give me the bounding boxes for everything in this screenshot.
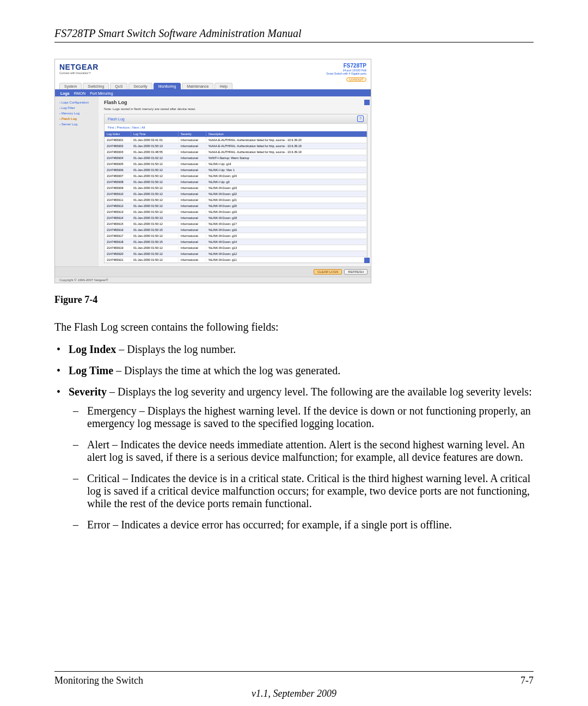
cell-desc: %LINK-W-Down: g15 xyxy=(206,233,367,239)
sidebar-item-server-log[interactable]: › Server Log xyxy=(57,121,96,127)
sidebar-item-flash-log[interactable]: › Flash Log xyxy=(57,116,96,121)
cell-desc: %LINK-W-Down: g14 xyxy=(206,239,367,245)
cell-desc: %LINK-W-Down: g11 xyxy=(206,257,367,263)
cell-desc: %LINK-W-Down: g23 xyxy=(206,185,367,191)
field-name: Log Time xyxy=(69,364,113,376)
main-tab-monitoring[interactable]: Monitoring xyxy=(154,83,181,89)
footer-left: Monitoring the Switch xyxy=(54,675,143,686)
table-row: 214748360301-Jan-2000 01:48:55Informatio… xyxy=(105,149,367,155)
scrollbar-down-icon[interactable] xyxy=(364,258,370,263)
cell-idx: 2147483614 xyxy=(105,215,131,221)
sidebar-item-logs-configuration[interactable]: › Logs Configuration xyxy=(57,100,96,105)
cell-time: 01-Jan-2000 01:50:12 xyxy=(131,197,179,203)
cell-desc: %INIT-I-Startup: Warm Startup xyxy=(206,155,367,161)
help-icon[interactable]: ? xyxy=(357,115,364,122)
refresh-button[interactable]: REFRESH xyxy=(344,269,367,275)
cell-idx: 2147483612 xyxy=(105,203,131,209)
footer-right: 7-7 xyxy=(520,675,534,686)
note-text: Note: Logs stored in flash memory are sa… xyxy=(104,107,367,111)
cell-sev: Informational xyxy=(179,215,206,221)
sidebar: › Logs Configuration› Log Filter› Memory… xyxy=(55,96,99,266)
cell-sev: Informational xyxy=(179,257,206,263)
cell-sev: Informational xyxy=(179,203,206,209)
table-row: 214748361301-Jan-2000 01:50:12Informatio… xyxy=(105,209,367,215)
main-tab-qos[interactable]: QoS xyxy=(110,83,127,89)
main-tab-help[interactable]: Help xyxy=(215,83,232,89)
main-tab-maintenance[interactable]: Maintenance xyxy=(182,83,213,89)
col-log-index: Log Index xyxy=(105,131,131,137)
brand-logo: NETGEAR xyxy=(59,63,99,71)
pager: First | Previous | Next | All xyxy=(105,124,367,131)
cell-time: 01-Jan-2000 01:48:55 xyxy=(131,149,179,155)
cell-sev: Informational xyxy=(179,197,206,203)
cell-time: 01-Jan-2000 01:50:13 xyxy=(131,143,179,149)
pager-next[interactable]: Next xyxy=(132,126,139,129)
severity-item: Critical – Indicates the device is in a … xyxy=(87,472,534,510)
table-row: 214748360401-Jan-2000 01:02:12Informatio… xyxy=(105,155,367,161)
cell-desc: %AAA-E-AUTHFAIL: Authentication failed f… xyxy=(206,137,367,143)
intro-paragraph: The Flash Log screen contains the follow… xyxy=(54,321,534,333)
cell-time: 01-Jan-2000 01:50:12 xyxy=(131,161,179,167)
main-tab-system[interactable]: System xyxy=(59,83,82,89)
cell-sev: Informational xyxy=(179,161,206,167)
pager-previous[interactable]: Previous xyxy=(117,126,130,129)
sub-tab-rmon[interactable]: RMON xyxy=(74,92,85,95)
table-row: 214748361501-Jan-2000 01:50:12Informatio… xyxy=(105,221,367,227)
sub-tab-logs[interactable]: Logs xyxy=(60,92,70,95)
cell-desc: %LINK-W-Down: g18 xyxy=(206,215,367,221)
cell-time: 01-Jan-2000 01:50:12 xyxy=(131,173,179,179)
cell-time: 01-Jan-2000 01:50:12 xyxy=(131,233,179,239)
table-row: 214748361901-Jan-2000 01:50:12Informatio… xyxy=(105,245,367,251)
main-tab-switching[interactable]: Switching xyxy=(83,83,109,89)
table-row: 214748360601-Jan-2000 01:50:12Informatio… xyxy=(105,167,367,173)
scrollbar-up-icon[interactable] xyxy=(364,100,370,105)
field-name: Severity xyxy=(69,386,107,398)
page-footer: Monitoring the Switch 7-7 xyxy=(54,671,534,686)
field-item: Log Time – Displays the time at which th… xyxy=(69,364,534,377)
cell-desc: %LINK-W-Down: g24 xyxy=(206,173,367,179)
field-desc: – Displays the log number. xyxy=(116,343,236,355)
table-row: 214748361201-Jan-2000 01:50:12Informatio… xyxy=(105,203,367,209)
pager-all[interactable]: All xyxy=(142,126,145,129)
cell-sev: Informational xyxy=(179,239,206,245)
sidebar-item-memory-log[interactable]: › Memory Log xyxy=(57,111,96,116)
cell-time: 01-Jan-2000 01:50:15 xyxy=(131,239,179,245)
cell-desc: %AAA-E-AUTHFAIL: Authentication failed f… xyxy=(206,149,367,155)
logout-button[interactable]: LOGOUT xyxy=(346,77,366,82)
cell-time: 01-Jan-2000 01:50:12 xyxy=(131,221,179,227)
cell-desc: %LINK-W-Down: g21 xyxy=(206,197,367,203)
table-row: 214748361001-Jan-2000 01:50:12Informatio… xyxy=(105,191,367,197)
cell-idx: 2147483602 xyxy=(105,143,131,149)
cell-desc: %LINK-I-Up: g14 xyxy=(206,161,367,167)
table-row: 214748361601-Jan-2000 01:50:15Informatio… xyxy=(105,227,367,233)
table-row: 214748360101-Jan-2000 02:41:01Informatio… xyxy=(105,137,367,143)
cell-sev: Informational xyxy=(179,251,206,257)
cell-sev: Informational xyxy=(179,143,206,149)
sidebar-item-log-filter[interactable]: › Log Filter xyxy=(57,105,96,111)
table-row: 214748361701-Jan-2000 01:50:12Informatio… xyxy=(105,233,367,239)
cell-sev: Informational xyxy=(179,191,206,197)
pager-first[interactable]: First xyxy=(108,126,114,129)
field-item: Severity – Displays the log severity and… xyxy=(69,386,534,531)
cell-desc: %LINK-W-Down: g20 xyxy=(206,203,367,209)
severity-item: Emergency – Displays the highest warning… xyxy=(87,405,534,430)
cell-desc: %LINK-W-Down: g16 xyxy=(206,227,367,233)
screenshot-figure: NETGEAR Connect with Innovation™ FS728TP… xyxy=(54,59,371,283)
cell-desc: %LINK-I-Up: Vlan 1 xyxy=(206,167,367,173)
cell-time: 01-Jan-2000 01:50:12 xyxy=(131,203,179,209)
cell-time: 01-Jan-2000 02:41:01 xyxy=(131,137,179,143)
sub-tab-port-mirroring[interactable]: Port Mirroring xyxy=(90,92,113,95)
cell-desc: %LINK-W-Down: g22 xyxy=(206,191,367,197)
cell-idx: 2147483601 xyxy=(105,137,131,143)
table-row: 214748361401-Jan-2000 01:50:13Informatio… xyxy=(105,215,367,221)
cell-sev: Informational xyxy=(179,179,206,185)
clear-logs-button[interactable]: CLEAR LOGS xyxy=(314,269,342,275)
field-desc: – Displays the time at which the log was… xyxy=(113,364,340,376)
table-row: 214748360901-Jan-2000 01:50:12Informatio… xyxy=(105,185,367,191)
copyright-text: Copyright © 1996-2007 Netgear® xyxy=(55,277,371,283)
cell-desc: %LINK-W-Down: g12 xyxy=(206,251,367,257)
cell-time: 01-Jan-2000 01:50:12 xyxy=(131,257,179,263)
severity-item: Alert – Indicates the device needs immed… xyxy=(87,439,534,464)
cell-sev: Informational xyxy=(179,167,206,173)
main-tab-security[interactable]: Security xyxy=(128,83,152,89)
